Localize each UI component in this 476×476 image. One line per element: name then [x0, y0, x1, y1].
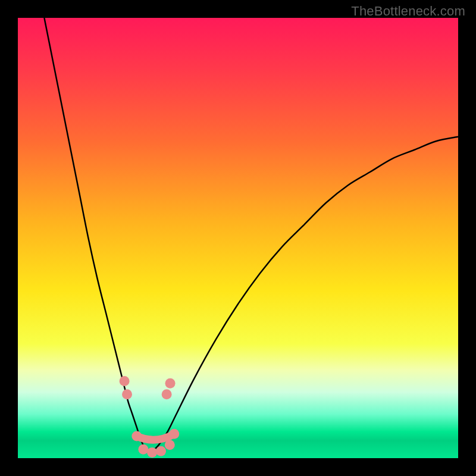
series-right-curve [150, 137, 458, 454]
marker-dot [165, 378, 176, 389]
marker-dot [147, 447, 157, 458]
marker-connector [137, 434, 174, 440]
marker-dot [162, 389, 172, 399]
chart-frame: TheBottleneck.com [0, 0, 476, 476]
curve-layer [44, 18, 458, 454]
marker-dot [169, 429, 179, 439]
marker-layer [120, 376, 180, 458]
series-left-curve [44, 18, 150, 454]
marker-dot [120, 376, 130, 386]
chart-svg [18, 18, 458, 458]
watermark-text: TheBottleneck.com [351, 4, 465, 19]
marker-dot [156, 446, 166, 456]
marker-dot [131, 431, 142, 441]
marker-dot [138, 444, 148, 455]
marker-dot [165, 440, 175, 450]
plot-area [18, 18, 458, 458]
marker-dot [122, 389, 132, 399]
